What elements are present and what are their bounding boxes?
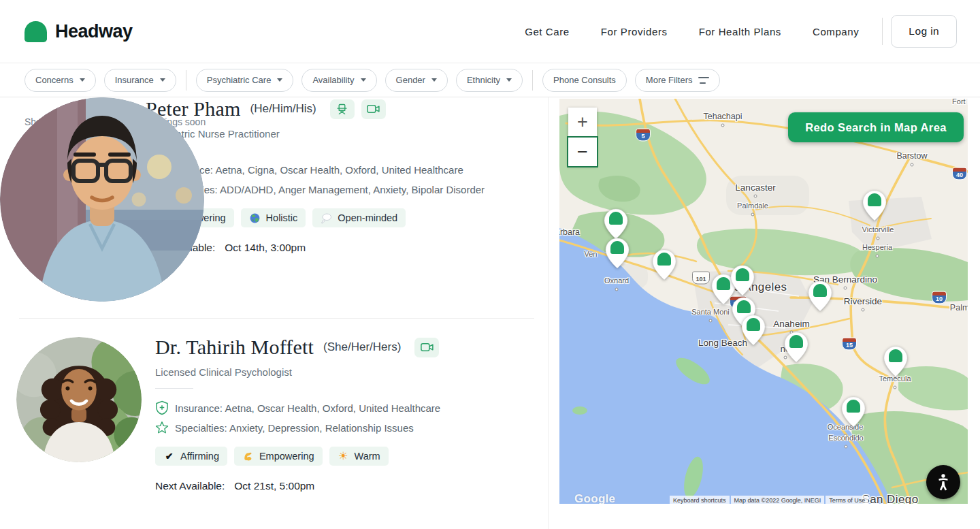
provider-map-pin[interactable] <box>841 396 866 428</box>
star-icon <box>155 420 169 435</box>
specialties-text: Specialties: ADD/ADHD, Anger Management,… <box>165 184 485 195</box>
badge-label: Holistic <box>266 212 298 223</box>
shield-plus-icon <box>155 400 169 415</box>
badge-affirming: ✔Affirming <box>155 447 227 466</box>
provider-map-pin[interactable] <box>883 346 908 377</box>
interstate-shield-5: 5 <box>636 129 651 142</box>
provider-map-pin[interactable] <box>784 332 808 363</box>
provider-card[interactable]: Peter Pham (He/Him/His) Psychiatric Nurs… <box>0 97 541 254</box>
card-divider <box>155 388 193 389</box>
filter-group-divider <box>532 70 533 91</box>
card-separator <box>19 318 534 319</box>
filter-gender[interactable]: Gender <box>385 69 448 92</box>
check-icon: ✔ <box>165 451 174 461</box>
next-available-row: Next Available: Oct 21st, 5:00pm <box>155 480 541 492</box>
redo-search-button[interactable]: Redo Search in Map Area <box>788 112 964 142</box>
filter-psychiatric-care[interactable]: Psychiatric Care <box>196 69 294 92</box>
provider-credential: Psychiatric Nurse Practitioner <box>146 128 541 140</box>
provider-pronouns: (He/Him/His) <box>250 102 316 116</box>
next-available-row: Next Available: Oct 14th, 3:00pm <box>146 242 541 254</box>
provider-avatar <box>0 97 204 302</box>
nav-for-providers[interactable]: For Providers <box>601 26 668 37</box>
globe-icon <box>249 212 261 224</box>
headway-logo[interactable]: Headway <box>24 21 133 42</box>
next-available-value: Oct 21st, 5:00pm <box>234 480 314 492</box>
filter-label: Psychiatric Care <box>207 75 272 85</box>
badge-open-minded: Open-minded <box>312 208 406 227</box>
filter-label: Phone Consults <box>553 75 616 85</box>
provider-map-pin[interactable] <box>862 190 887 221</box>
provider-map-pin[interactable] <box>652 249 676 280</box>
nav-for-health-plans[interactable]: For Health Plans <box>699 26 781 37</box>
shield-plus-icon <box>155 400 169 415</box>
flex-icon <box>242 451 254 462</box>
filter-label: Availability <box>312 75 354 85</box>
filter-phone-consults[interactable]: Phone Consults <box>542 69 627 92</box>
badge-label: Affirming <box>180 451 219 462</box>
map-pin-icon <box>808 280 832 312</box>
nav-get-care[interactable]: Get Care <box>525 26 570 37</box>
attribute-badges: ✔AffirmingEmpowering☀Warm <box>155 447 541 466</box>
filter-lines-icon <box>698 76 709 84</box>
map-city-dot <box>721 124 725 127</box>
chevron-down-icon <box>80 78 85 82</box>
chevron-down-icon <box>361 78 366 82</box>
badge-label: Warm <box>355 451 380 462</box>
main-nav: Get CareFor ProvidersFor Health PlansCom… <box>525 26 859 37</box>
filter-concerns[interactable]: Concerns <box>24 69 96 92</box>
insurance-text: Insurance: Aetna, Cigna, Oscar Health, O… <box>165 164 463 176</box>
map-basemap <box>559 99 968 504</box>
map-pin-icon <box>862 190 887 221</box>
provider-card[interactable]: Dr. Tahirih Moffett (She/Her/Hers) Licen… <box>0 336 541 492</box>
filter-label: Gender <box>396 75 425 85</box>
map-city-dot <box>845 445 848 449</box>
next-available-label: Next Available: <box>155 480 225 492</box>
next-available-value: Oct 14th, 3:00pm <box>225 242 306 254</box>
provider-map-pin[interactable] <box>730 265 755 296</box>
interstate-shield-10: 10 <box>932 291 947 304</box>
filter-availability[interactable]: Availability <box>301 69 376 92</box>
avatar-woman-curly <box>16 337 142 462</box>
video-chip <box>361 99 386 119</box>
chevron-down-icon <box>277 78 282 82</box>
specialties-text: Specialties: Anxiety, Depression, Relati… <box>175 422 414 434</box>
in-person-chip <box>330 99 355 119</box>
provider-pronouns: (She/Her/Hers) <box>323 340 401 354</box>
map-city-dot <box>894 386 897 389</box>
filter-more-filters[interactable]: More Filters <box>635 69 721 92</box>
sun-icon: ☀ <box>338 451 348 462</box>
map-pin-icon <box>841 396 866 428</box>
chevron-down-icon <box>506 78 512 82</box>
avatar-man-glasses <box>0 97 204 302</box>
accessibility-icon <box>934 472 953 492</box>
provider-map-pin[interactable] <box>741 315 766 346</box>
video-chip <box>414 338 439 357</box>
login-button[interactable]: Log in <box>891 15 957 48</box>
map-city-dot <box>876 255 879 258</box>
provider-map-pin[interactable] <box>605 238 630 269</box>
session-mode-chips <box>330 99 386 119</box>
map-city-dot <box>709 319 713 323</box>
zoom-out-button[interactable]: − <box>568 138 597 166</box>
results-panel: Showing 407 providers with openings soon… <box>0 97 549 529</box>
chair-icon <box>335 103 349 115</box>
filter-ethnicity[interactable]: Ethnicity <box>456 69 523 92</box>
map-attribution-terms-of-use[interactable]: Terms of Use <box>826 496 868 504</box>
map-attribution-keyboard-shortcuts[interactable]: Keyboard shortcuts <box>670 496 730 504</box>
provider-map-pin[interactable] <box>604 208 628 240</box>
map-attribution-map-data-2022-google-inegi: Map data ©2022 Google, INEGI <box>731 496 825 504</box>
accessibility-button[interactable] <box>926 465 960 499</box>
nav-company[interactable]: Company <box>813 26 859 37</box>
map-pin-icon <box>784 332 808 363</box>
map-city-dot <box>911 163 914 167</box>
map-city-dot <box>844 287 847 290</box>
zoom-in-button[interactable]: + <box>568 108 597 136</box>
filter-insurance[interactable]: Insurance <box>104 69 176 92</box>
header: Headway Get CareFor ProvidersFor Health … <box>0 0 980 63</box>
headway-logo-text: Headway <box>55 21 133 42</box>
map[interactable]: Fort IrwinTehachapiBarstowLancasterPalmd… <box>559 99 968 504</box>
provider-name: Dr. Tahirih Moffett <box>155 336 314 359</box>
map-city-dot <box>877 237 880 240</box>
map-city-dot <box>754 195 757 198</box>
provider-map-pin[interactable] <box>808 280 832 312</box>
